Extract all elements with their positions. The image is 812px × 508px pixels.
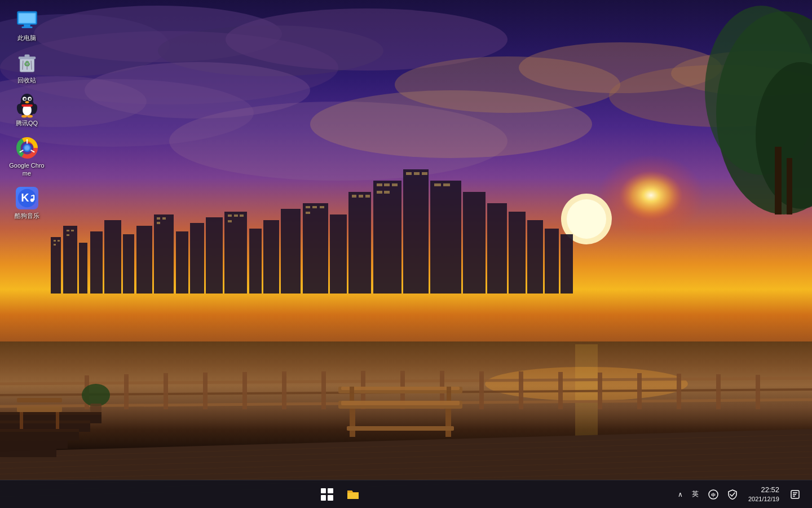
- svg-rect-52: [162, 217, 166, 220]
- svg-rect-130: [17, 406, 62, 412]
- folder-icon: [346, 488, 360, 501]
- svg-rect-71: [414, 172, 420, 175]
- svg-line-87: [0, 378, 812, 384]
- svg-rect-22: [104, 220, 121, 294]
- svg-rect-38: [430, 181, 461, 294]
- svg-rect-141: [19, 14, 34, 22]
- svg-point-15: [671, 51, 812, 96]
- svg-rect-57: [228, 220, 232, 222]
- svg-rect-93: [203, 373, 208, 409]
- icon-qq-label: 腾讯QQ: [16, 119, 38, 127]
- svg-rect-122: [0, 412, 102, 415]
- tray-ime-icon[interactable]: 中: [705, 484, 721, 505]
- svg-rect-48: [67, 230, 69, 231]
- icon-my-computer-label: 此电脑: [17, 34, 36, 42]
- svg-rect-103: [598, 373, 602, 409]
- taskbar: ∧ 英 中 22:52 2021/12/19: [0, 480, 812, 508]
- taskbar-file-explorer[interactable]: [341, 483, 365, 506]
- svg-rect-34: [330, 214, 347, 294]
- svg-point-126: [705, 6, 812, 175]
- svg-rect-66: [384, 183, 390, 186]
- svg-rect-29: [224, 212, 247, 294]
- svg-rect-135: [90, 404, 102, 412]
- icon-recycle-bin[interactable]: ♻ 回收站: [6, 48, 48, 87]
- svg-point-162: [27, 115, 33, 117]
- icon-kuwo-music[interactable]: K 酷狗音乐: [6, 183, 48, 223]
- svg-point-156: [29, 98, 31, 100]
- svg-rect-56: [240, 214, 244, 217]
- win-tile-1: [321, 488, 326, 494]
- svg-rect-100: [479, 371, 484, 409]
- svg-rect-67: [392, 183, 398, 186]
- computer-icon-svg: [16, 11, 38, 30]
- svg-point-155: [24, 98, 26, 100]
- svg-rect-54: [228, 214, 232, 217]
- svg-rect-77: [575, 344, 598, 446]
- svg-rect-21: [90, 231, 103, 294]
- win-tile-3: [321, 495, 326, 501]
- svg-rect-72: [422, 172, 427, 175]
- qq-icon-image: [16, 94, 38, 117]
- clock-time: 22:52: [761, 485, 779, 495]
- svg-rect-36: [373, 181, 401, 294]
- svg-rect-74: [443, 183, 450, 186]
- svg-rect-35: [348, 192, 371, 294]
- svg-rect-132: [20, 412, 23, 429]
- notification-center-button[interactable]: [787, 484, 803, 505]
- svg-point-17: [310, 90, 592, 158]
- svg-rect-75: [0, 341, 812, 452]
- svg-point-1: [440, 100, 733, 326]
- svg-point-76: [485, 367, 688, 401]
- icon-kuwo-label: 酷狗音乐: [15, 212, 39, 220]
- svg-rect-110: [350, 409, 355, 437]
- tray-security-icon[interactable]: [725, 484, 740, 505]
- svg-rect-55: [234, 214, 238, 217]
- svg-rect-37: [403, 169, 429, 294]
- system-clock[interactable]: 22:52 2021/12/19: [744, 484, 784, 504]
- svg-rect-68: [377, 191, 382, 194]
- svg-rect-58: [306, 206, 310, 208]
- svg-rect-96: [321, 371, 326, 409]
- svg-point-7: [226, 8, 508, 71]
- svg-rect-123: [0, 421, 90, 423]
- icon-google-chrome[interactable]: Google Chrome: [6, 133, 48, 181]
- svg-rect-25: [154, 214, 174, 294]
- svg-rect-95: [282, 371, 286, 409]
- svg-rect-119: [0, 429, 79, 440]
- svg-rect-31: [263, 220, 279, 294]
- svg-rect-59: [312, 206, 317, 208]
- win-tile-4: [328, 495, 333, 501]
- svg-rect-64: [365, 195, 370, 198]
- svg-rect-133: [56, 412, 59, 429]
- kuwo-icon-container: K: [16, 187, 38, 209]
- svg-line-81: [0, 446, 812, 468]
- svg-rect-40: [487, 203, 507, 294]
- icon-my-computer[interactable]: 此电脑: [6, 6, 48, 45]
- svg-rect-120: [0, 437, 68, 449]
- start-button[interactable]: [315, 483, 339, 506]
- svg-rect-131: [17, 398, 62, 402]
- tray-language-indicator[interactable]: 英: [689, 488, 702, 500]
- svg-rect-73: [434, 183, 441, 186]
- tray-chevron-button[interactable]: ∧: [676, 489, 685, 500]
- icon-tencent-qq[interactable]: 腾讯QQ: [6, 91, 48, 130]
- svg-rect-45: [54, 240, 56, 242]
- svg-rect-92: [164, 373, 168, 409]
- ime-icon-svg: 中: [708, 489, 718, 500]
- svg-rect-108: [338, 401, 462, 409]
- svg-line-79: [0, 435, 812, 457]
- svg-point-3: [567, 199, 606, 239]
- svg-rect-118: [0, 421, 90, 432]
- svg-rect-115: [350, 387, 354, 401]
- svg-rect-23: [123, 234, 134, 294]
- svg-line-148: [31, 61, 32, 70]
- svg-rect-63: [359, 195, 363, 198]
- svg-rect-26: [176, 231, 188, 294]
- svg-rect-158: [21, 104, 33, 107]
- svg-rect-111: [445, 409, 451, 437]
- svg-rect-0: [0, 0, 812, 508]
- svg-line-80: [0, 440, 812, 463]
- svg-rect-112: [347, 426, 454, 431]
- svg-rect-44: [561, 234, 573, 294]
- icon-recycle-bin-label: 回收站: [17, 76, 36, 84]
